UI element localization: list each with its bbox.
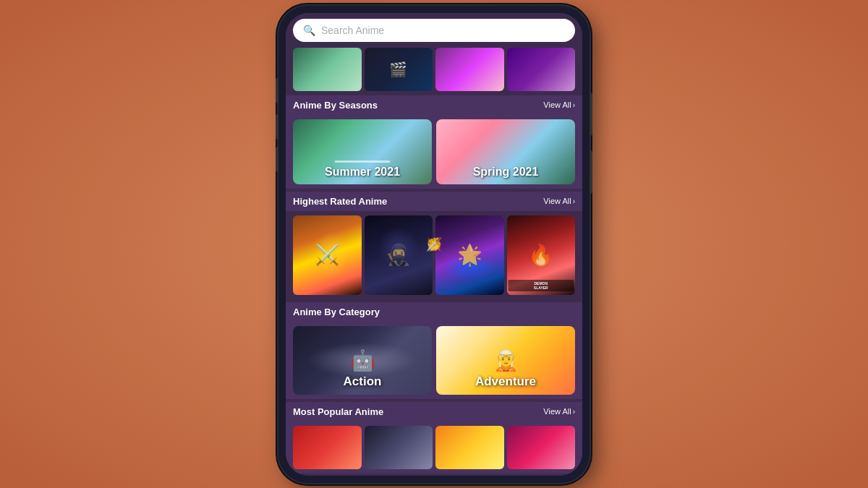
phone-device: 🔍 Search Anime Anime By Seasons View All…	[278, 6, 590, 483]
app-content: 🔍 Search Anime Anime By Seasons View All…	[286, 13, 582, 476]
popular-grid: 💥 ⚡ ✊ 🗡️	[286, 421, 582, 474]
search-input-placeholder[interactable]: Search Anime	[321, 25, 384, 36]
popular-4-art: 🗡️	[507, 426, 576, 469]
search-icon: 🔍	[303, 25, 315, 36]
phone-screen: 🔍 Search Anime Anime By Seasons View All…	[286, 13, 582, 476]
search-bar[interactable]: 🔍 Search Anime	[293, 19, 575, 42]
search-bar-container: 🔍 Search Anime	[286, 13, 582, 48]
popular-card-4[interactable]: 🗡️	[507, 426, 576, 469]
